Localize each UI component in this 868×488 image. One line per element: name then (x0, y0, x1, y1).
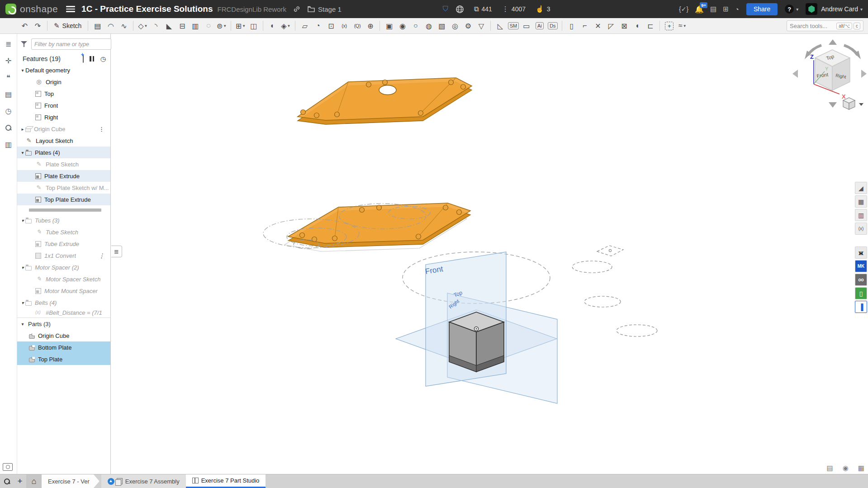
part-row[interactable]: Bottom Plate (17, 341, 110, 353)
ai-icon[interactable]: Ai (533, 20, 545, 32)
linear-pattern-icon[interactable]: ⊞▼ (234, 20, 247, 32)
feature-row[interactable]: Tube Extrude (17, 238, 110, 250)
robot-app-icon[interactable]: oo (855, 274, 867, 286)
history-panel-icon[interactable]: ◷ (3, 105, 14, 116)
rebuild-timer-icon[interactable]: ◷ (100, 55, 106, 62)
chevron-down-icon[interactable]: ▾ (20, 322, 25, 327)
sweep-icon[interactable]: ∿ (118, 20, 130, 32)
origin-cube-part[interactable] (449, 312, 504, 372)
app-grid-icon[interactable]: ⊞ (723, 5, 729, 13)
mirror-icon[interactable]: ◫ (247, 20, 260, 32)
viewport-3d[interactable]: Front Top Right Top Front Right Z X Y (0, 0, 868, 488)
help-caret-icon[interactable]: ▾ (796, 7, 798, 12)
structure-panel-icon[interactable]: ≣ (3, 38, 14, 49)
feature-row[interactable]: Right (17, 111, 110, 123)
tables-panel-icon[interactable]: ▤ (3, 89, 14, 99)
featurescript-check-icon[interactable]: {✓} (679, 5, 688, 13)
fx-table-icon[interactable]: (x) (855, 223, 867, 235)
boolean-icon[interactable]: ◐ (266, 20, 279, 32)
variable-icon[interactable]: (x) (338, 20, 350, 32)
replace-face-icon[interactable]: ⊠ (618, 20, 630, 32)
draft-icon[interactable]: ⊟ (176, 20, 188, 32)
feature-row[interactable]: ✎Top Plate Sketch w/ M... (17, 182, 110, 194)
help-icon[interactable]: ? (785, 5, 794, 14)
feature-row[interactable]: Plate Extrude (17, 170, 110, 182)
feature-status-dots-icon[interactable]: ⋮ (99, 252, 104, 259)
screen-capture-icon[interactable] (3, 463, 13, 471)
blue-book-app-icon[interactable]: ▐ (855, 301, 867, 313)
feature-row[interactable]: Front (17, 99, 110, 111)
avatar[interactable] (806, 3, 817, 15)
create-folder-icon[interactable] (83, 55, 84, 62)
mate-connector-icon[interactable]: ⊕ (364, 20, 376, 32)
feature-row[interactable]: ▾Default geometry (17, 64, 110, 76)
search-panel-icon[interactable] (3, 122, 14, 133)
notifications-bell-icon[interactable]: 🔔9+ (695, 5, 704, 14)
hamburger-menu-icon[interactable] (66, 6, 75, 12)
feature-status-dots-icon[interactable]: ⋮ (99, 126, 104, 133)
rollback-bar[interactable] (17, 207, 110, 213)
mk-app-icon[interactable]: MK (855, 260, 867, 272)
slot-icon[interactable]: ◎ (449, 20, 461, 32)
feature-row[interactable]: ▸Origin Cube⋮ (17, 123, 110, 135)
bend-icon[interactable]: ⌐ (579, 20, 591, 32)
ai-assistant-icon[interactable]: ◔ (735, 5, 739, 13)
tab-partstudio[interactable]: Exercise 7 Part Studio (186, 474, 266, 488)
link-icon[interactable] (293, 5, 301, 13)
search-tabs-button[interactable] (0, 474, 14, 488)
feature-row[interactable]: ◎Origin (17, 76, 110, 88)
feature-row[interactable]: ✎Tube Sketch (17, 226, 110, 238)
tasks-checklist-icon[interactable]: ▤ (710, 5, 716, 13)
move-face-icon[interactable]: ◸ (605, 20, 617, 32)
sketch-button[interactable]: ✎Sketch (50, 22, 85, 30)
grid-icon[interactable]: ▦ (858, 464, 864, 472)
derived-icon[interactable]: ⊡ (325, 20, 337, 32)
feature-row[interactable]: ▾Belts (4) (17, 297, 110, 308)
feature-row[interactable]: ✎Motor Spacer Sketch (17, 273, 110, 285)
feature-row[interactable]: Top Plate Extrude (17, 194, 110, 205)
feature-row[interactable]: Top (17, 88, 110, 99)
share-button[interactable]: Share (746, 3, 778, 15)
rollback-bar-handle[interactable] (29, 208, 101, 212)
learning-center-icon[interactable]: ⛉ (443, 5, 448, 13)
redo-icon[interactable]: ↷ (32, 20, 44, 32)
thread-icon[interactable]: ⊚▼ (215, 20, 228, 32)
feature-row[interactable]: ▾Plates (4) (17, 147, 110, 158)
eye-icon[interactable]: ◉ (843, 464, 849, 472)
revolve-icon[interactable]: ◠ (104, 20, 117, 32)
delete-face-icon[interactable]: ✕ (592, 20, 604, 32)
settings-gear-icon[interactable]: ⚙ (462, 20, 474, 32)
part-row[interactable]: Origin Cube (17, 330, 110, 341)
modify-fillet-icon[interactable]: ◖ (631, 20, 643, 32)
custom-feature-icon[interactable]: ≈▼ (676, 20, 688, 32)
thumbs-up-icon[interactable]: ☝ (536, 5, 544, 13)
cube-grid-icon[interactable]: ▦ (855, 195, 867, 208)
notes-panel-icon[interactable]: ▥ (3, 139, 14, 150)
parts-section-header[interactable]: ▾ Parts (3) (17, 318, 110, 330)
extrude-icon[interactable]: ▤ (91, 20, 104, 32)
suspend-rebuild-icon[interactable] (89, 56, 95, 62)
tab-version[interactable]: Exercise 7 - Ver (42, 474, 100, 488)
transform-icon[interactable]: ◈▼ (280, 20, 292, 32)
featurescript-robot-icon[interactable]: ◉ (396, 20, 408, 32)
feature-row[interactable]: ✎Plate Sketch (17, 158, 110, 170)
appearance-icon[interactable]: ▧ (436, 20, 448, 32)
pages-icon[interactable]: ⧉ (474, 5, 479, 13)
rib-icon[interactable]: ▥ (189, 20, 201, 32)
user-caret-icon[interactable]: ▾ (860, 7, 863, 12)
feature-row[interactable]: (x)#Belt_Distance = (7/1 (17, 308, 110, 317)
search-tools-field[interactable]: Search tools... alt/⌥c (787, 20, 863, 31)
feature-row[interactable]: ▾Motor Spacer (2) (17, 261, 110, 273)
flatten-icon[interactable]: ▭ (520, 20, 532, 32)
butterfly-app-icon[interactable]: ж (855, 246, 867, 259)
panel-flyout-toggle[interactable]: ≣ (111, 246, 122, 257)
fillet-icon[interactable]: ◝ (150, 20, 162, 32)
location-label[interactable]: Stage 1 (318, 5, 342, 13)
sheet-metal-icon[interactable]: SM (507, 20, 519, 32)
tab-assembly[interactable]: Exercise 7 Assembly (101, 474, 186, 488)
home-tab-button[interactable]: ⌂ (26, 474, 42, 488)
view-cube[interactable]: Top Front Right Z X Y (792, 39, 867, 109)
filter-feature-icon[interactable]: ▽ (475, 20, 487, 32)
bottom-plate-part[interactable] (288, 203, 470, 247)
chevron-down-icon[interactable]: ▾ (20, 218, 25, 223)
